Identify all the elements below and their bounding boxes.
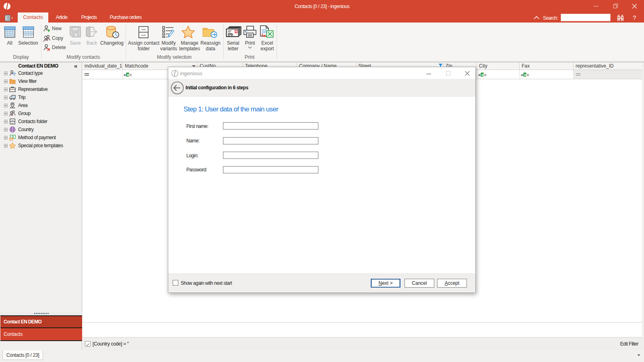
svg-text:B: B <box>524 73 526 77</box>
svg-text:C: C <box>527 73 529 77</box>
svg-text:A: A <box>478 73 481 77</box>
svg-text:B: B <box>481 73 484 77</box>
svg-text:C: C <box>484 73 487 77</box>
svg-text:A: A <box>124 73 126 77</box>
svg-text:A: A <box>521 73 523 77</box>
svg-text:B: B <box>127 73 129 77</box>
svg-text:C: C <box>130 73 132 77</box>
